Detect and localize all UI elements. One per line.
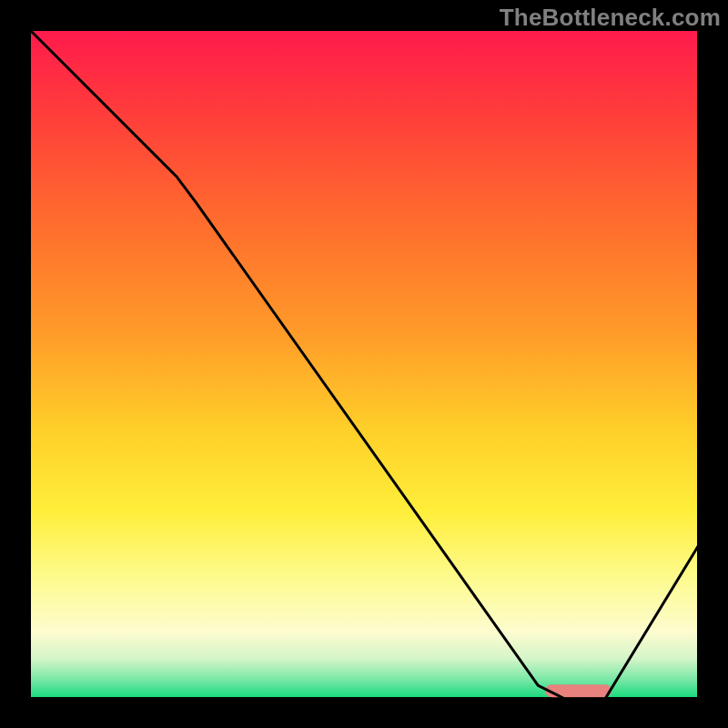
watermark-label: TheBottleneck.com: [500, 4, 721, 32]
bottleneck-chart: [0, 0, 728, 728]
chart-container: TheBottleneck.com: [0, 0, 728, 728]
